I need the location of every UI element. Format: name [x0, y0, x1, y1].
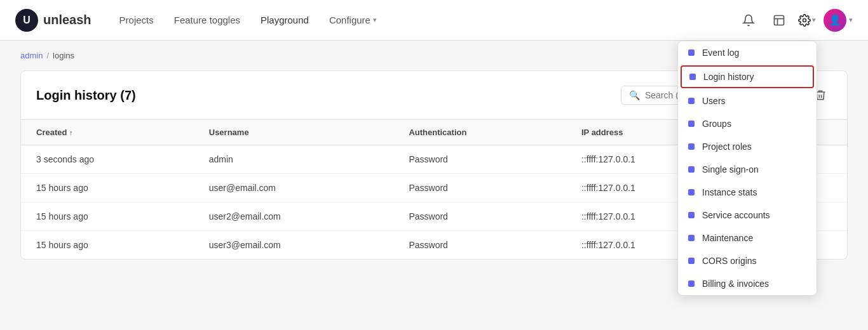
- cell-auth: Password: [393, 202, 566, 231]
- settings-chevron-icon: ▾: [812, 16, 816, 24]
- user-chevron-icon: ▾: [849, 16, 853, 24]
- menu-item-login-history[interactable]: Login history: [681, 65, 814, 88]
- col-auth: Authentication: [393, 120, 566, 145]
- cell-username: user2@email.com: [194, 202, 394, 231]
- settings-button[interactable]: ▾: [798, 14, 816, 27]
- menu-icon-maintenance: [688, 235, 695, 241]
- menu-label-event-log: Event log: [702, 48, 739, 58]
- cell-auth: Password: [393, 231, 566, 260]
- breadcrumb-admin[interactable]: admin: [20, 51, 43, 60]
- search-icon: 🔍: [629, 90, 640, 100]
- menu-icon-event-log: [688, 50, 695, 56]
- cell-username: user@email.com: [194, 174, 394, 202]
- menu-item-users[interactable]: Users: [678, 89, 817, 112]
- user-avatar: 👤: [824, 9, 846, 32]
- menu-icon-single-sign-on: [688, 166, 695, 173]
- nav-feature-toggles[interactable]: Feature toggles: [166, 10, 248, 30]
- menu-item-cors-origins[interactable]: CORS origins: [678, 249, 817, 270]
- cell-created: 15 hours ago: [21, 202, 194, 231]
- menu-label-single-sign-on: Single sign-on: [702, 164, 759, 175]
- svg-point-3: [803, 18, 806, 22]
- cell-created: 3 seconds ago: [21, 145, 194, 174]
- menu-item-project-roles[interactable]: Project roles: [678, 135, 817, 158]
- menu-icon-users: [688, 98, 695, 104]
- cell-username: user3@email.com: [194, 231, 394, 260]
- breadcrumb-current: logins: [53, 51, 74, 60]
- menu-item-groups[interactable]: Groups: [678, 112, 817, 135]
- menu-item-single-sign-on[interactable]: Single sign-on: [678, 158, 817, 181]
- menu-icon-login-history: [689, 74, 696, 80]
- cell-username: admin: [194, 145, 394, 174]
- menu-item-maintenance[interactable]: Maintenance: [678, 227, 817, 249]
- menu-item-instance-stats[interactable]: Instance stats: [678, 181, 817, 204]
- nav-links: Projects Feature toggles Playground Conf…: [112, 10, 737, 30]
- menu-label-instance-stats: Instance stats: [702, 187, 757, 197]
- nav-projects[interactable]: Projects: [112, 10, 161, 30]
- cell-created: 15 hours ago: [21, 231, 194, 260]
- svg-rect-0: [775, 15, 784, 25]
- docs-button[interactable]: [768, 9, 790, 32]
- menu-icon-instance-stats: [688, 189, 695, 195]
- cell-auth: Password: [393, 145, 566, 174]
- menu-label-cors-origins: CORS origins: [702, 256, 757, 266]
- logo-text: unleash: [43, 13, 92, 27]
- logo-icon: U: [15, 9, 38, 32]
- menu-icon-cors-origins: [688, 258, 695, 264]
- logo-area[interactable]: U unleash: [15, 9, 92, 32]
- menu-label-users: Users: [702, 96, 726, 106]
- cell-created: 15 hours ago: [21, 174, 194, 202]
- col-created[interactable]: Created ↑: [21, 120, 194, 145]
- breadcrumb-separator: /: [46, 51, 49, 60]
- configure-chevron-icon: ▾: [373, 16, 377, 24]
- menu-item-event-log[interactable]: Event log: [678, 41, 817, 64]
- cell-auth: Password: [393, 174, 566, 202]
- menu-label-maintenance: Maintenance: [702, 233, 753, 243]
- menu-label-service-accounts: Service accounts: [702, 210, 770, 220]
- col-username: Username: [194, 120, 394, 145]
- menu-icon-service-accounts: [688, 212, 695, 218]
- menu-icon-project-roles: [688, 143, 695, 150]
- settings-dropdown-menu: Event log Login history Users Groups Pro…: [677, 41, 817, 270]
- menu-label-groups: Groups: [702, 119, 731, 129]
- menu-icon-groups: [688, 121, 695, 127]
- menu-label-project-roles: Project roles: [702, 142, 752, 152]
- nav-right: ▾ 👤 ▾: [737, 9, 853, 32]
- nav-configure[interactable]: Configure ▾: [322, 10, 384, 30]
- nav-playground[interactable]: Playground: [253, 10, 316, 30]
- top-navigation: U unleash Projects Feature toggles Playg…: [0, 0, 868, 41]
- page-title: Login history (7): [36, 88, 611, 103]
- notifications-button[interactable]: [737, 9, 760, 32]
- user-menu[interactable]: 👤 ▾: [824, 9, 853, 32]
- menu-label-login-history: Login history: [703, 72, 754, 82]
- menu-item-service-accounts[interactable]: Service accounts: [678, 204, 817, 227]
